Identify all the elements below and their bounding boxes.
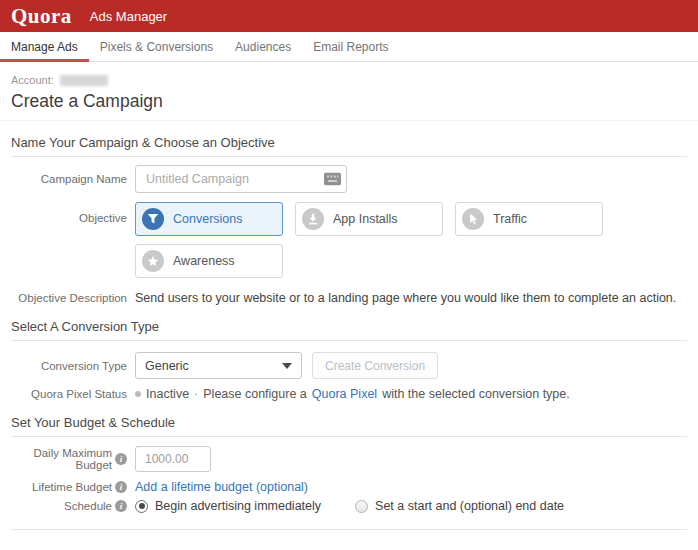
pixel-status-text-before: Please configure a: [203, 387, 307, 401]
schedule-options: Begin advertising immediately Set a star…: [135, 499, 564, 513]
pixel-status-label: Quora Pixel Status: [0, 388, 127, 400]
objective-conversions-label: Conversions: [173, 212, 242, 226]
pixel-status-separator: ·: [194, 387, 198, 401]
campaign-name-row: Campaign Name: [0, 165, 698, 193]
objective-options: Conversions App Installs Traffic Awarene…: [135, 202, 615, 278]
objective-app-installs-label: App Installs: [333, 212, 398, 226]
cursor-icon: [462, 208, 484, 230]
main-tab-bar: Manage Ads Pixels & Conversions Audience…: [0, 32, 698, 62]
page-title: Create a Campaign: [11, 90, 687, 112]
chevron-down-icon: [282, 363, 292, 369]
create-conversion-button[interactable]: Create Conversion: [312, 352, 438, 379]
objective-label: Objective: [0, 202, 127, 224]
bottom-divider: [11, 529, 687, 530]
objective-row: Objective Conversions App Installs Traff…: [0, 202, 698, 278]
download-icon: [302, 208, 324, 230]
campaign-name-label: Campaign Name: [0, 173, 127, 185]
info-icon[interactable]: i: [115, 453, 127, 465]
objective-description-row: Objective Description Send users to your…: [0, 291, 698, 305]
objective-description-label: Objective Description: [0, 292, 127, 304]
app-header: Quora Ads Manager: [0, 0, 698, 32]
radio-unselected-icon[interactable]: [355, 500, 368, 513]
app-title: Ads Manager: [90, 9, 167, 24]
objective-description-text: Send users to your website or to a landi…: [135, 291, 676, 305]
lifetime-budget-row: Lifetime Budget i Add a lifetime budget …: [0, 480, 698, 494]
campaign-name-input[interactable]: [135, 165, 347, 193]
daily-budget-row: Daily Maximum Budget i: [0, 446, 698, 472]
lifetime-budget-label: Lifetime Budget i: [0, 481, 127, 493]
objective-conversions-button[interactable]: Conversions: [135, 202, 283, 236]
info-icon[interactable]: i: [115, 481, 127, 493]
daily-budget-input[interactable]: [135, 446, 211, 472]
tab-email-reports[interactable]: Email Reports: [302, 32, 399, 61]
schedule-option-immediately[interactable]: Begin advertising immediately: [135, 499, 321, 513]
schedule-row: Schedule i Begin advertising immediately…: [0, 499, 698, 513]
quora-pixel-link[interactable]: Quora Pixel: [312, 387, 377, 401]
objective-traffic-label: Traffic: [493, 212, 527, 226]
tab-audiences[interactable]: Audiences: [224, 32, 302, 61]
keyboard-icon[interactable]: [324, 173, 341, 186]
page-head: Account: Create a Campaign: [0, 62, 698, 121]
schedule-option-start-end-date[interactable]: Set a start and (optional) end date: [355, 499, 564, 513]
section-heading-conversion: Select A Conversion Type: [11, 319, 687, 341]
star-icon: [142, 250, 164, 272]
account-line: Account:: [11, 73, 687, 87]
account-label: Account:: [11, 74, 54, 86]
daily-budget-label: Daily Maximum Budget i: [0, 447, 127, 471]
radio-selected-icon[interactable]: [135, 500, 148, 513]
section-heading-budget: Set Your Budget & Schedule: [11, 415, 687, 437]
schedule-label: Schedule i: [0, 500, 127, 512]
tab-manage-ads[interactable]: Manage Ads: [0, 32, 89, 61]
conversion-type-select[interactable]: Generic: [135, 352, 302, 379]
objective-awareness-button[interactable]: Awareness: [135, 244, 283, 278]
tab-pixels-conversions[interactable]: Pixels & Conversions: [89, 32, 224, 61]
pixel-status-value: Inactive: [146, 387, 189, 401]
funnel-icon: [142, 208, 164, 230]
objective-traffic-button[interactable]: Traffic: [455, 202, 603, 236]
status-dot-icon: [135, 391, 141, 397]
conversion-type-label: Conversion Type: [0, 360, 127, 372]
objective-app-installs-button[interactable]: App Installs: [295, 202, 443, 236]
quora-logo[interactable]: Quora: [11, 6, 72, 27]
conversion-type-row: Conversion Type Generic Create Conversio…: [0, 352, 698, 379]
account-name-redacted: [60, 75, 108, 86]
info-icon[interactable]: i: [115, 500, 127, 512]
pixel-status: Inactive · Please configure a Quora Pixe…: [135, 387, 570, 401]
section-heading-campaign: Name Your Campaign & Choose an Objective: [11, 135, 687, 157]
schedule-option-immediately-label: Begin advertising immediately: [155, 499, 321, 513]
schedule-option-start-end-date-label: Set a start and (optional) end date: [375, 499, 564, 513]
conversion-type-value: Generic: [145, 359, 189, 373]
add-lifetime-budget-link[interactable]: Add a lifetime budget (optional): [135, 480, 308, 494]
objective-awareness-label: Awareness: [173, 254, 235, 268]
pixel-status-text-after: with the selected conversion type.: [382, 387, 570, 401]
pixel-status-row: Quora Pixel Status Inactive · Please con…: [0, 387, 698, 401]
